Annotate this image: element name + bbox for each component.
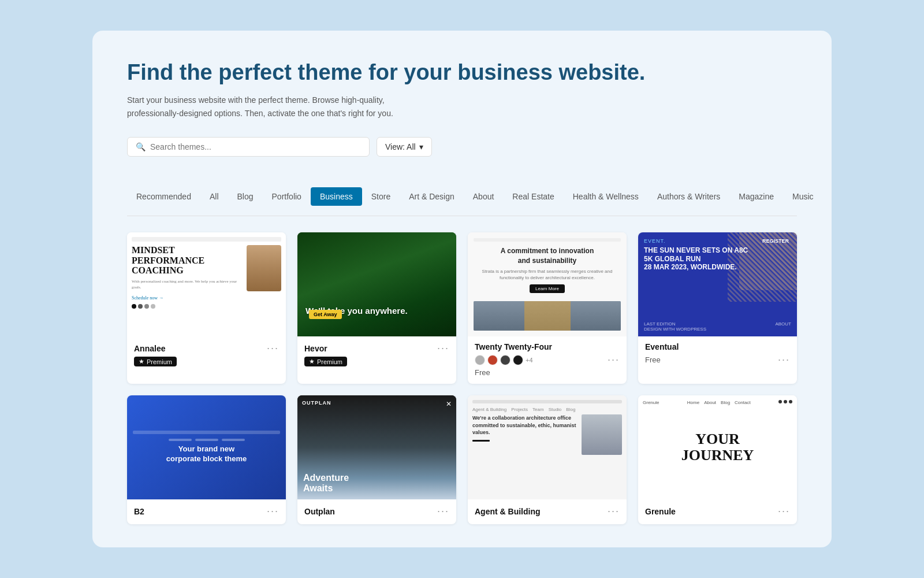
- theme-card-grenule: Grenule HomeAboutBlogContact YOURJOURNEY…: [638, 395, 797, 524]
- theme-card-hevor: We'll take you anywhere. Get Away Hevor …: [297, 232, 456, 384]
- theme-title: Grenule: [645, 507, 676, 516]
- theme-title: B2: [134, 507, 144, 516]
- theme-info-hevor: Hevor ··· ★ Premium: [297, 336, 456, 373]
- theme-title: Agent & Building: [475, 507, 541, 516]
- theme-options-button[interactable]: ···: [267, 342, 279, 354]
- theme-card-outplan: OUTPLAN ✕ AdventureAwaits Outplan ···: [297, 395, 456, 524]
- search-row: 🔍 View: All ▾: [127, 137, 797, 157]
- themes-grid-row2: Your brand newcorporate block theme B2 ·…: [127, 395, 797, 524]
- theme-options-button[interactable]: ···: [437, 505, 449, 517]
- theme-thumb-annalee[interactable]: MINDSETPERFORMANCECOACHING With personal…: [127, 232, 286, 336]
- tab-blog[interactable]: Blog: [228, 187, 263, 206]
- search-box[interactable]: 🔍: [127, 137, 370, 157]
- tab-about[interactable]: About: [464, 187, 504, 206]
- swatch[interactable]: [487, 355, 498, 365]
- badge-free: Free: [645, 355, 661, 364]
- star-icon: ★: [139, 358, 144, 365]
- swatch[interactable]: [513, 355, 523, 365]
- theme-card-b2: Your brand newcorporate block theme B2 ·…: [127, 395, 286, 524]
- chevron-down-icon: ▾: [419, 142, 423, 151]
- page-title: Find the perfect theme for your business…: [127, 60, 797, 86]
- theme-options-button[interactable]: ···: [608, 354, 620, 366]
- tab-music[interactable]: Music: [783, 187, 823, 206]
- main-card: Find the perfect theme for your business…: [92, 31, 832, 547]
- badge-free: Free: [475, 368, 620, 377]
- theme-info-b2: B2 ···: [127, 499, 286, 524]
- tab-magazine[interactable]: Magazine: [729, 187, 783, 206]
- theme-card-tt4: A commitment to innovationand sustainabi…: [468, 232, 627, 384]
- tab-portfolio[interactable]: Portfolio: [263, 187, 311, 206]
- swatch-more-label: +4: [526, 357, 533, 364]
- theme-title: Annalee: [134, 344, 165, 353]
- tab-restaurant[interactable]: Restaurant: [823, 187, 832, 206]
- swatch[interactable]: [500, 355, 511, 365]
- star-icon: ★: [309, 358, 315, 365]
- tab-art-design[interactable]: Art & Design: [400, 187, 464, 206]
- theme-card-annalee: MINDSETPERFORMANCECOACHING With personal…: [127, 232, 286, 384]
- theme-info-agent: Agent & Building ···: [468, 499, 627, 524]
- tab-business[interactable]: Business: [311, 187, 362, 206]
- nav-tabs: Recommended All Blog Portfolio Business …: [127, 177, 797, 216]
- theme-thumb-eventual[interactable]: EVENT. THE SUN NEVER SETS ON A8C5K GLOBA…: [638, 232, 797, 336]
- color-swatches: +4: [475, 355, 533, 365]
- swatch[interactable]: [475, 355, 485, 365]
- search-icon: 🔍: [136, 142, 146, 151]
- theme-options-button[interactable]: ···: [608, 505, 620, 517]
- theme-title: Outplan: [304, 507, 335, 516]
- tab-health-wellness[interactable]: Health & Wellness: [564, 187, 648, 206]
- tab-real-estate[interactable]: Real Estate: [503, 187, 563, 206]
- tab-authors-writers[interactable]: Authors & Writers: [648, 187, 729, 206]
- theme-thumb-grenule[interactable]: Grenule HomeAboutBlogContact YOURJOURNEY: [638, 395, 797, 499]
- theme-thumb-outplan[interactable]: OUTPLAN ✕ AdventureAwaits: [297, 395, 456, 499]
- theme-card-eventual: EVENT. THE SUN NEVER SETS ON A8C5K GLOBA…: [638, 232, 797, 384]
- tab-store[interactable]: Store: [362, 187, 400, 206]
- badge-premium: ★ Premium: [304, 357, 347, 366]
- tab-all[interactable]: All: [200, 187, 228, 206]
- badge-premium: ★ Premium: [134, 357, 177, 366]
- tab-recommended[interactable]: Recommended: [127, 187, 200, 206]
- theme-thumb-hevor[interactable]: We'll take you anywhere. Get Away: [297, 232, 456, 336]
- theme-thumb-b2[interactable]: Your brand newcorporate block theme: [127, 395, 286, 499]
- theme-title: Hevor: [304, 344, 327, 353]
- themes-grid-row1: MINDSETPERFORMANCECOACHING With personal…: [127, 232, 797, 384]
- theme-info-outplan: Outplan ···: [297, 499, 456, 524]
- theme-info-tt4: Twenty Twenty-Four +4 ··· Free: [468, 336, 627, 384]
- theme-card-agent: Agent & Building Projects Team Studio Bl…: [468, 395, 627, 524]
- theme-title: Eventual: [645, 342, 679, 351]
- search-input[interactable]: [150, 142, 361, 151]
- view-dropdown[interactable]: View: All ▾: [377, 137, 432, 157]
- theme-info-eventual: Eventual Free ···: [638, 336, 797, 373]
- hero-subtitle: Start your business website with the per…: [127, 94, 797, 120]
- theme-info-annalee: Annalee ··· ★ Premium: [127, 336, 286, 373]
- theme-title: Twenty Twenty-Four: [475, 342, 552, 351]
- theme-thumb-tt4[interactable]: A commitment to innovationand sustainabi…: [468, 232, 627, 336]
- theme-thumb-agent[interactable]: Agent & Building Projects Team Studio Bl…: [468, 395, 627, 499]
- theme-options-button[interactable]: ···: [437, 342, 449, 354]
- theme-info-grenule: Grenule ···: [638, 499, 797, 524]
- theme-options-button[interactable]: ···: [267, 505, 279, 517]
- theme-options-button[interactable]: ···: [778, 505, 790, 517]
- theme-options-button[interactable]: ···: [778, 354, 790, 366]
